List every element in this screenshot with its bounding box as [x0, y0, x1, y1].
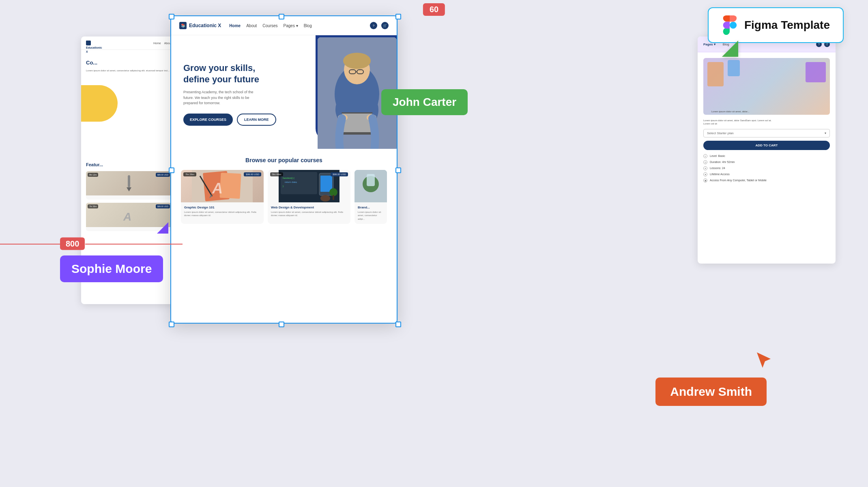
hero-text-block: Grow your skills,define your future Pres…: [183, 62, 385, 126]
course-3-text: Lorem ipsum dolor sit amet, consectetur …: [358, 210, 384, 221]
svg-marker-3: [127, 187, 131, 191]
nav-link-pages[interactable]: Pages ▾: [284, 24, 298, 28]
figma-template-title: Figma Template: [744, 19, 830, 32]
nav-user-icon[interactable]: ?: [370, 22, 377, 29]
right-background-frame: Pages ▾ Blog ? 🛒 Lorem ipsum dolor sit a…: [698, 36, 836, 264]
svg-text:A: A: [212, 180, 223, 197]
selection-handle-middle-right[interactable]: [395, 167, 401, 173]
course-card-3-image: [355, 170, 387, 202]
add-to-cart-button[interactable]: ADD TO CART: [703, 141, 830, 150]
course-card-1-image: A 7hr 26m $99.00 USD: [181, 170, 264, 202]
clock-icon: ◷: [703, 160, 707, 164]
selection-handle-bottom-right[interactable]: [395, 322, 401, 327]
nav-link-courses[interactable]: Courses: [262, 24, 277, 28]
left-frame-logo: Educationic X: [86, 41, 91, 45]
main-frame-nav-icons: ? 🛒: [370, 22, 389, 29]
svg-marker-1: [757, 352, 771, 368]
left-frame-card-1: 8hr 12m $99.00 USD: [86, 171, 172, 200]
course-1-price: $99.00 USD: [244, 172, 261, 176]
right-frame-description: Lorem ipsum dolor sit amet, dolor SandSa…: [703, 119, 830, 126]
main-frame-logo-icon: 📚: [179, 22, 187, 29]
andrew-smith-badge: Andrew Smith: [655, 378, 767, 406]
level-icon: ≡: [703, 154, 707, 158]
selection-handle-bottom-left[interactable]: [169, 322, 174, 327]
selection-handle-middle-left[interactable]: [169, 167, 174, 173]
sophie-moore-badge: Sophie Moore: [60, 255, 163, 282]
left-frame-card-1-body: [86, 195, 172, 200]
svg-point-30: [320, 195, 330, 202]
left-frame-card-1-image: 8hr 12m $99.00 USD: [86, 171, 172, 195]
explore-courses-button[interactable]: EXPLORE COURSES: [183, 114, 233, 126]
selection-handle-top-left[interactable]: [169, 14, 174, 19]
svg-marker-0: [722, 41, 738, 57]
course-card-3[interactable]: Brand... Lorem ipsum dolor sit amet, con…: [355, 170, 387, 224]
card-1-time: 8hr 12m: [88, 173, 98, 177]
dimension-label-top: 60: [423, 3, 445, 16]
hero-title: Grow your skills,define your future: [183, 62, 385, 85]
card-2-price: $99.00 USD: [156, 204, 170, 208]
popular-courses-section: Browse our popular courses A: [171, 149, 397, 232]
svg-rect-19: [219, 173, 241, 199]
feature-item-duration: ◷ Duration: 4hr 52min: [703, 160, 830, 164]
nav-link-home[interactable]: Home: [229, 24, 241, 28]
main-frame-logo: 📚 Educationic X: [179, 22, 221, 29]
course-2-title: Web Design & Development: [271, 206, 347, 209]
dimension-line-left: [0, 244, 60, 245]
right-frame-features-list: ≡ Level: Basic ◷ Duration: 4hr 52min ✦ L…: [703, 154, 830, 182]
course-2-time: 5hr 48m: [270, 172, 283, 176]
nav-cart-icon[interactable]: 🛒: [381, 22, 389, 29]
feature-item-lifetime: ★ Lifetime Access: [703, 172, 830, 176]
tablet-icon: ▣: [703, 178, 707, 182]
svg-text:A: A: [123, 210, 131, 223]
purple-arrow-icon: [157, 222, 168, 235]
course-1-text: Lorem ipsum dolor sit amet, consectetur …: [184, 210, 260, 217]
selection-handle-top-right[interactable]: [395, 14, 401, 19]
dimension-label-left: 800: [60, 237, 85, 250]
left-frame-navbar: Educationic X Home About: [81, 36, 176, 50]
main-frame: 📚 Educationic X Home About Courses Pages…: [170, 15, 397, 324]
main-frame-hero: Grow your skills,define your future Pres…: [171, 35, 397, 149]
learn-more-button[interactable]: LEARN MORE: [237, 114, 276, 126]
course-3-title: Brand...: [358, 206, 384, 209]
card-1-price: $99.00 USD: [156, 173, 170, 177]
lessons-icon: ✦: [703, 166, 707, 170]
course-1-title: Graphic Design 101: [184, 206, 260, 209]
course-card-3-body: Brand... Lorem ipsum dolor sit amet, con…: [355, 202, 387, 224]
svg-text:return data;: return data;: [285, 181, 297, 183]
selection-handle-top-middle[interactable]: [279, 14, 284, 19]
svg-rect-35: [367, 174, 375, 186]
course-card-1[interactable]: A 7hr 26m $99.00 USD Graphic Design 101 …: [181, 170, 264, 224]
course-card-2[interactable]: function() { return data; }: [268, 170, 350, 224]
hero-subtitle: Presenting Academy, the tech school of t…: [183, 90, 264, 106]
dimension-line-right: [85, 244, 183, 245]
feature-item-level: ≡ Level: Basic: [703, 154, 830, 158]
star-icon: ★: [703, 172, 707, 176]
main-frame-nav-links[interactable]: Home About Courses Pages ▾ Blog: [229, 24, 312, 28]
selection-handle-bottom-middle[interactable]: [279, 322, 284, 327]
red-cursor-icon: [757, 352, 771, 369]
svg-rect-29: [320, 176, 332, 192]
svg-marker-5: [157, 222, 168, 234]
green-arrow-icon: [722, 41, 738, 58]
section-title-popular: Browse our popular courses: [181, 157, 387, 163]
yellow-semicircle-decoration: [81, 85, 118, 122]
course-1-time: 7hr 26m: [183, 172, 196, 176]
right-frame-content: Lorem ipsum dolor sit amet, dolor... Lor…: [698, 52, 836, 190]
john-carter-badge: John Carter: [381, 89, 468, 115]
svg-rect-2: [128, 175, 130, 187]
svg-text:}: }: [283, 185, 284, 187]
course-card-2-image: function() { return data; }: [268, 170, 350, 202]
nav-link-blog[interactable]: Blog: [304, 24, 312, 28]
right-frame-select[interactable]: Select Starter plan ▾: [703, 129, 830, 137]
figma-template-badge: Figma Template: [708, 7, 844, 43]
hero-buttons: EXPLORE COURSES LEARN MORE: [183, 114, 385, 126]
figma-logo-icon: [722, 15, 738, 35]
course-2-text: Lorem ipsum dolor sit amet, consectetur …: [271, 210, 347, 217]
svg-rect-32: [333, 195, 334, 200]
course-card-1-body: Graphic Design 101 Lorem ipsum dolor sit…: [181, 202, 264, 221]
right-frame-hero-image: Lorem ipsum dolor sit amet, dolor...: [703, 58, 830, 115]
courses-grid: A 7hr 26m $99.00 USD Graphic Design 101 …: [181, 170, 387, 224]
left-frame-nav-links: Home About: [153, 42, 172, 45]
nav-link-about[interactable]: About: [246, 24, 257, 28]
svg-text:function() {: function() {: [283, 177, 294, 179]
